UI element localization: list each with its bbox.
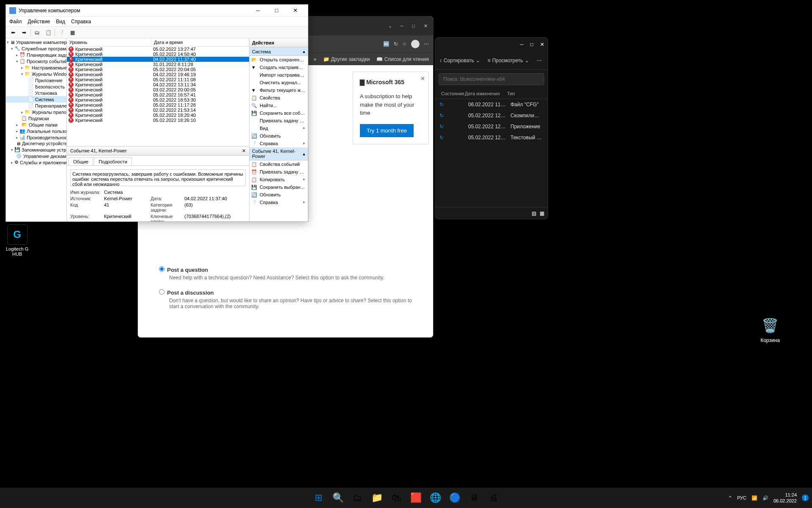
action-save-selected[interactable]: 💾Сохранить выбранны... [250, 183, 308, 191]
action-clear-log[interactable]: Очистить журнал... [250, 79, 308, 86]
tree-scheduler[interactable]: ▸⏰ Планировщик заданий [6, 52, 66, 58]
favorite-icon[interactable]: ☆ [402, 41, 407, 47]
tree-winlogs[interactable]: ▾📁 Журналы Windows [6, 71, 66, 77]
tree-users[interactable]: ▸👥 Локальные пользовате [6, 128, 66, 134]
bookmarks-more[interactable]: » [313, 56, 316, 62]
event-row[interactable]: Критический04.02.2022 11:37:40 [67, 57, 249, 62]
tab-dropdown-icon[interactable]: ⌄ [388, 23, 394, 29]
volume-icon[interactable]: 🔊 [763, 495, 768, 501]
action-import-custom[interactable]: Импорт настраиваем... [250, 71, 308, 79]
printer-icon[interactable]: 🖨 [485, 489, 502, 506]
minimize-button[interactable]: ─ [249, 7, 267, 14]
desktop-icon-recycle[interactable]: 🗑️ Корзина [760, 315, 780, 343]
tree-fwd[interactable]: 📄 Перенаправлен [6, 102, 66, 109]
tab-details[interactable]: Подробности [94, 157, 132, 166]
minimize-button[interactable]: ─ [400, 23, 406, 29]
action-filter[interactable]: ▼Фильтр текущего жур... [250, 86, 308, 94]
help-icon[interactable]: ❔ [57, 28, 66, 37]
tree-perf[interactable]: ▸📊 Производительность [6, 134, 66, 141]
event-row[interactable]: Критический05.02.2022 11:17:28 [67, 102, 249, 108]
close-button[interactable]: ✕ [540, 41, 544, 47]
event-list-header[interactable]: Уровень Дата и время [67, 39, 249, 47]
menu-icon[interactable]: ⋯ [424, 41, 429, 47]
action-event-attach[interactable]: ⏰Привязать задачу к со... [250, 168, 308, 176]
menu-file[interactable]: Файл [9, 19, 22, 25]
tree-eventvwr[interactable]: ▾📋 Просмотр событий [6, 58, 66, 64]
notifications-icon[interactable]: 1 [802, 494, 809, 501]
tab-general[interactable]: Общие [69, 157, 93, 166]
action-view[interactable]: Вид▸ [250, 124, 308, 132]
try-free-button[interactable]: Try 1 month free [360, 124, 414, 137]
tree-diskmgr[interactable]: 💿 Управление дисками [6, 153, 66, 159]
maximize-button[interactable]: □ [412, 23, 418, 29]
close-icon[interactable]: ✕ [420, 75, 425, 82]
chrome-icon[interactable]: 🌐 [427, 489, 444, 506]
event-row[interactable]: Критический05.02.2022 16:57:41 [67, 92, 249, 97]
action-copy[interactable]: 📋Копировать▸ [250, 176, 308, 183]
menu-help[interactable]: Справка [71, 19, 91, 25]
tree-shared[interactable]: ▸📂 Общие папки [6, 121, 66, 128]
action-find[interactable]: 🔍Найти... [250, 102, 308, 109]
tree-sec[interactable]: 📄 Безопасность [6, 83, 66, 90]
action-event-refresh[interactable]: 🔄Обновить [250, 191, 308, 199]
action-attach-task[interactable]: Привязать задачу к жу... [250, 117, 308, 124]
details-view-icon[interactable]: ▤ [532, 210, 536, 216]
file-row[interactable]: ↻05.02.2022 12:59Приложение [435, 121, 548, 132]
tree-subs[interactable]: 📋 Подписки [6, 115, 66, 121]
maximize-button[interactable]: □ [530, 41, 533, 47]
tree-storage[interactable]: ▾💾 Запоминающие устройст [6, 146, 66, 153]
event-row[interactable]: Критический05.02.2022 11:11:08 [67, 77, 249, 82]
translate-icon[interactable]: 🔤 [383, 41, 390, 47]
eventvwr-icon[interactable]: 🖥 [466, 489, 483, 506]
action-icon[interactable]: ▦ [68, 28, 77, 37]
event-row[interactable]: Критический05.02.2022 18:26:10 [67, 118, 249, 123]
column-headers[interactable]: Состояние Дата изменения Тип [435, 88, 548, 99]
action-properties[interactable]: 📋Свойства [250, 94, 308, 102]
task-view-icon[interactable]: 🗂 [349, 489, 366, 506]
file-row[interactable]: ↻05.02.2022 12:59Скомпилирован... [435, 110, 548, 121]
file-row[interactable]: ↻06.02.2022 11:17Файл "CFG" [435, 99, 548, 110]
menu-action[interactable]: Действие [28, 19, 50, 25]
event-row[interactable]: Критический05.02.2022 18:53:30 [67, 97, 249, 102]
tree-devmgr[interactable]: 🖥 Диспетчер устройств [6, 141, 66, 146]
store-icon[interactable]: 🛍 [388, 489, 405, 506]
explorer-icon[interactable]: 📁 [368, 489, 385, 506]
properties-icon[interactable]: 📋 [44, 28, 53, 37]
tree-services[interactable]: ▸⚙ Службы и приложения [6, 159, 66, 166]
back-button[interactable]: ⬅ [8, 28, 18, 37]
post-question-radio[interactable] [159, 266, 165, 272]
action-help[interactable]: ❔Справка▸ [250, 140, 308, 147]
event-row[interactable]: Критический04.02.2022 13:11:34 [67, 82, 249, 87]
icons-view-icon[interactable]: ▦ [540, 210, 544, 216]
post-discussion-radio[interactable] [159, 289, 165, 295]
more-icon[interactable]: ⋯ [537, 58, 542, 64]
minimize-button[interactable]: ─ [520, 41, 524, 47]
show-hide-tree-icon[interactable]: 🗂 [33, 28, 42, 37]
search-input[interactable] [439, 73, 544, 85]
tree-app[interactable]: 📄 Приложение [6, 77, 66, 83]
event-row[interactable]: Критический05.02.2022 18:20:40 [67, 113, 249, 118]
close-detail-icon[interactable]: ✕ [242, 148, 246, 154]
clock[interactable]: 11:2406.02.2022 [774, 492, 797, 504]
menu-view[interactable]: Вид [56, 19, 65, 25]
tree-sys[interactable]: 📄 Система [6, 96, 66, 102]
wifi-icon[interactable]: 📶 [752, 495, 757, 501]
event-row[interactable]: Критический05.02.2022 14:50:40 [67, 52, 249, 57]
actions-section-system[interactable]: Система▴ [250, 47, 308, 56]
sync-icon[interactable]: ↻ [394, 41, 398, 47]
event-row[interactable]: Критический31.01.2022 8:11:28 [67, 62, 249, 67]
sort-button[interactable]: ↕ Сортировать ⌄ [439, 58, 480, 64]
tree-setup[interactable]: 📄 Установка [6, 90, 66, 96]
file-row[interactable]: ↻05.02.2022 12:59Текстовый докум... [435, 132, 548, 143]
close-button[interactable]: ✕ [424, 23, 430, 29]
tree-root[interactable]: ▾🖥 Управление компьютером (л [6, 39, 66, 45]
profile-icon[interactable] [411, 40, 420, 48]
event-row[interactable]: Критический04.02.2022 19:46:19 [67, 72, 249, 77]
action-event-help[interactable]: ❔Справка▸ [250, 199, 308, 206]
forward-button[interactable]: ➡ [19, 28, 29, 37]
event-row[interactable]: Критический05.02.2022 20:04:05 [67, 67, 249, 72]
tray-chevron-icon[interactable]: ⌃ [728, 495, 732, 501]
desktop-icon-logitech[interactable]: G Logitech G HUB [6, 224, 28, 257]
language-indicator[interactable]: РУС [737, 495, 746, 500]
maximize-button[interactable]: □ [267, 7, 286, 14]
